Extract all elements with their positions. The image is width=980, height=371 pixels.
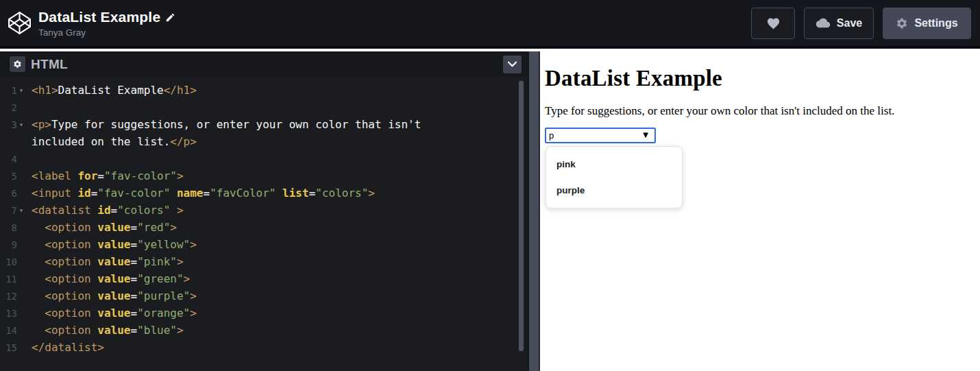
code-text: <input id="fav-color" name="favColor" li… [32, 187, 375, 200]
code-text: <h1>DataList Example</h1> [32, 84, 197, 97]
line-number: 8 [0, 222, 17, 233]
code-text: <option value="purple"> [32, 289, 197, 302]
code-row[interactable]: 14 <option value="blue"> [0, 322, 519, 339]
line-number: 2 [0, 102, 17, 113]
pen-author: Tanya Gray [38, 27, 175, 38]
code-text: <option value="red"> [32, 221, 177, 234]
code-lines[interactable]: 1▾<h1>DataList Example</h1>23▾<p>Type fo… [0, 77, 519, 371]
save-button-label: Save [837, 17, 862, 29]
code-text: </datalist> [32, 341, 104, 354]
preview-heading: DataList Example [545, 66, 980, 91]
preview-pane: DataList Example Type for suggestions, o… [540, 51, 980, 371]
pen-title: DataList Example [38, 9, 160, 25]
code-row[interactable]: included on the list.</p> [0, 133, 519, 150]
code-row[interactable]: 6<input id="fav-color" name="favColor" l… [0, 184, 519, 202]
datalist-popup: pinkpurple [546, 146, 683, 208]
gear-icon [896, 17, 908, 29]
like-button[interactable] [751, 8, 795, 39]
code-row[interactable]: 4 [0, 150, 519, 167]
app-header: DataList Example Tanya Gray Save Setting… [0, 0, 980, 49]
line-number: 10 [0, 256, 17, 267]
code-text: <p>Type for suggestions, or enter your o… [32, 118, 421, 131]
line-number: 7 [0, 205, 17, 216]
gear-icon [13, 60, 22, 69]
datalist-option[interactable]: pink [546, 152, 682, 178]
line-number: 1 [0, 85, 17, 96]
code-row[interactable]: 7▾<datalist id="colors" > [0, 202, 519, 219]
line-number: 11 [0, 274, 17, 285]
code-row[interactable]: 1▾<h1>DataList Example</h1> [0, 82, 519, 99]
code-text: <option value="yellow"> [32, 238, 197, 251]
line-number: 13 [0, 308, 17, 319]
code-text: <option value="green"> [32, 272, 190, 285]
line-number: 6 [0, 188, 17, 199]
preview-paragraph: Type for suggestions, or enter your own … [545, 104, 980, 118]
line-number: 3 [0, 119, 17, 130]
save-button[interactable]: Save [804, 8, 874, 39]
main-split: HTML 1▾<h1>DataList Example</h1>23▾<p>Ty… [0, 51, 980, 371]
code-row[interactable]: 8 <option value="red"> [0, 219, 519, 236]
favorite-color-input[interactable] [545, 128, 656, 143]
cloud-icon [816, 17, 831, 29]
edit-pencil-icon[interactable] [165, 12, 175, 23]
code-row[interactable]: 13 <option value="orange"> [0, 304, 519, 322]
datalist-option[interactable]: purple [546, 178, 682, 204]
code-row[interactable]: 3▾<p>Type for suggestions, or enter your… [0, 116, 519, 133]
code-row[interactable]: 12 <option value="purple"> [0, 287, 519, 304]
line-number: 12 [0, 291, 17, 302]
favorite-color-input-wrap: ▼ pinkpurple [545, 128, 656, 143]
code-row[interactable]: 5<label for="fav-color"> [0, 167, 519, 184]
code-row[interactable]: 9 <option value="yellow"> [0, 236, 519, 253]
html-editor-pane: HTML 1▾<h1>DataList Example</h1>23▾<p>Ty… [0, 51, 527, 371]
fold-arrow-icon[interactable]: ▾ [17, 121, 32, 128]
editor-panel-title: HTML [31, 57, 68, 72]
code-row[interactable]: 15</datalist> [0, 339, 519, 356]
chevron-down-icon [508, 61, 517, 67]
collapse-editor-button[interactable] [503, 56, 522, 73]
settings-button-label: Settings [914, 17, 957, 29]
code-text: <datalist id="colors" > [32, 204, 184, 217]
fold-arrow-icon[interactable]: ▾ [17, 86, 32, 94]
code-text: included on the list.</p> [32, 135, 197, 148]
heart-icon [766, 16, 781, 29]
line-number: 9 [0, 239, 17, 250]
code-text: <option value="blue"> [32, 324, 184, 337]
settings-button[interactable]: Settings [883, 8, 971, 39]
header-actions: Save Settings [751, 8, 971, 39]
codepen-logo-icon[interactable] [7, 10, 32, 36]
line-number: 5 [0, 171, 17, 182]
panel-resizer[interactable] [527, 51, 540, 371]
editor-header: HTML [0, 51, 527, 77]
code-text: <label for="fav-color"> [32, 169, 184, 182]
pen-title-block: DataList Example Tanya Gray [38, 9, 175, 38]
line-number: 14 [0, 325, 17, 336]
editor-scrollbar[interactable] [519, 81, 524, 351]
line-number: 4 [0, 154, 17, 165]
line-number: 15 [0, 342, 17, 353]
code-text: <option value="orange"> [32, 307, 197, 320]
code-row[interactable]: 11 <option value="green"> [0, 270, 519, 287]
code-row[interactable]: 10 <option value="pink"> [0, 253, 519, 270]
code-text: <option value="pink"> [32, 255, 184, 268]
editor-settings-button[interactable] [10, 56, 25, 72]
code-row[interactable]: 2 [0, 99, 519, 116]
fold-arrow-icon[interactable]: ▾ [17, 206, 32, 214]
